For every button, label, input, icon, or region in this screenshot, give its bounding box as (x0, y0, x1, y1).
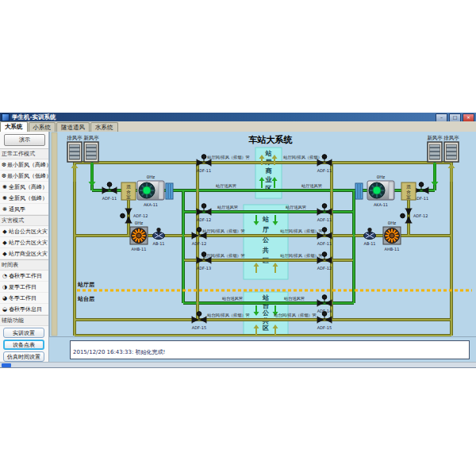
return-fan-ret_right[interactable]: 0HzAHB-11 (383, 221, 401, 251)
sidebar-item[interactable]: ✺全新风（高峰） (0, 182, 48, 193)
pavilion-label: 排风亭 (443, 135, 459, 141)
sidebar-item[interactable]: ◆站厅公共区火灾 (0, 237, 48, 248)
sidebar-item-label: 通风季 (9, 205, 25, 213)
sidebar-button[interactable]: 设备点表 (3, 340, 44, 350)
svg-text:区: 区 (263, 324, 269, 332)
svg-text:AKA-11: AKA-11 (374, 202, 388, 207)
mode-icon: ✺ (2, 195, 8, 202)
svg-text:商: 商 (266, 167, 273, 175)
fan-frequency: 0Hz (377, 175, 386, 179)
sidebar-item[interactable]: ◆站台公共区火灾 (0, 226, 48, 237)
silencer (166, 183, 173, 199)
sidebar-item-label: 夏季工作日 (9, 283, 36, 291)
damper-vert-right[interactable]: ADF-12 (401, 209, 428, 223)
log-message: 2015/12/20 16:43:33: 初始化完成! (73, 349, 165, 355)
exhaust-up-arrow (71, 163, 79, 182)
floor-label-hall: 站厅层 (77, 282, 95, 288)
butterfly-valve-bf-left[interactable]: AB-11 (152, 228, 164, 246)
svg-text:AHB-11: AHB-11 (385, 247, 400, 251)
tab-bar: 大系统小系统隧道通风水系统 (0, 121, 476, 132)
svg-text:站: 站 (262, 216, 269, 223)
sidebar-section-header: 时间表 (0, 259, 48, 271)
svg-text:AB-11: AB-11 (152, 241, 164, 246)
demo-button[interactable]: 演示 (4, 134, 45, 146)
app-window: 学生机-实训系统 – □ × 大系统小系统隧道通风水系统 演示 正常工作模式❆最… (0, 113, 476, 368)
duct-label: 站厅回/排风（排烟）管 (283, 155, 326, 160)
duct-label: 站厅送风管 (216, 183, 236, 189)
svg-text:ADF-13: ADF-13 (197, 266, 211, 271)
fresh-down-arrow (89, 163, 96, 186)
sidebar-item[interactable]: ◑夏季工作日 (0, 282, 48, 293)
mixing-box: 混合室 (121, 182, 136, 200)
duct-label: 站厅回/排风（排烟）管 (207, 155, 250, 160)
mode-icon: ◑ (2, 284, 8, 290)
svg-text:公: 公 (262, 309, 270, 317)
sidebar-section-header: 灾害模式 (0, 215, 48, 226)
svg-text:厅: 厅 (262, 226, 269, 233)
svg-text:站: 站 (265, 150, 272, 157)
tab-2[interactable]: 小系统 (29, 122, 56, 132)
sidebar-item[interactable]: ✺全新风（低峰） (0, 193, 48, 204)
butterfly-valve-bf-right[interactable]: AB-11 (363, 228, 375, 246)
sidebar-item[interactable]: ❋通风季 (0, 204, 48, 215)
svg-text:业: 业 (266, 176, 273, 183)
mode-icon: ◆ (2, 240, 8, 246)
sidebar-section-header: 正常工作模式 (0, 148, 48, 159)
tab-1[interactable]: 大系统 (0, 121, 28, 132)
sidebar-item[interactable]: ❆最小新风（高峰） (0, 159, 48, 171)
svg-text:ADF-12: ADF-12 (133, 213, 148, 218)
fan-frequency: 0Hz (135, 221, 144, 225)
sidebar-item[interactable]: ◆站厅商业区火灾 (0, 248, 48, 259)
sidebar-button[interactable]: 实训设置 (3, 328, 44, 338)
air-pavilion-tower (84, 142, 98, 162)
return-fan-ret_left[interactable]: 0HzAHB-11 (130, 221, 148, 251)
diagram-title: 车站大系统 (248, 135, 294, 145)
sidebar-item-label: 全新风（高峰） (9, 183, 48, 191)
svg-text:ADF-15: ADF-15 (317, 325, 332, 330)
pavilion-label: 新风亭 (83, 135, 99, 141)
svg-text:室: 室 (126, 194, 131, 199)
sidebar-item-label: 冬季工作日 (9, 294, 36, 302)
duct-label: 站厅回/排风（排烟）管 (280, 253, 323, 259)
window-bottom-strip (0, 362, 476, 367)
sidebar-item[interactable]: ◒春秋季休息日 (0, 304, 48, 315)
floor-label-platform: 站台层 (77, 296, 95, 302)
tab-4[interactable]: 水系统 (90, 122, 118, 132)
sidebar-item-label: 站厅商业区火灾 (9, 250, 48, 258)
mode-icon: ❋ (2, 206, 8, 213)
air-pavilion-tower (67, 142, 82, 162)
ahu-fan-ahu_left[interactable]: 0HzAKA-11 (137, 175, 164, 207)
tab-3[interactable]: 隧道通风 (56, 122, 90, 132)
mode-icon: ◒ (2, 306, 8, 313)
mode-icon: ◆ (2, 251, 8, 257)
exhaust-up-arrow (448, 163, 455, 182)
fan-frequency: 0Hz (388, 221, 397, 225)
pavilion-label: 排风亭 (67, 135, 83, 141)
sidebar-item[interactable]: ❆最小新风（低峰） (0, 171, 48, 182)
fan-frequency: 0Hz (147, 175, 155, 179)
silencer (355, 183, 363, 199)
svg-text:ADF-11: ADF-11 (102, 196, 117, 201)
svg-text:ADF-12: ADF-12 (413, 213, 428, 218)
window-title: 学生机-实训系统 (12, 113, 56, 121)
svg-text:ADF-12: ADF-12 (192, 241, 206, 246)
canvas-left-strip (52, 132, 57, 336)
mode-icon: ❆ (2, 162, 6, 168)
mode-icon: ◆ (2, 228, 8, 235)
sidebar-item[interactable]: ◕冬季工作日 (0, 293, 48, 304)
svg-text:ADF-11: ADF-11 (317, 241, 332, 246)
ahu-fan-ahu_right[interactable]: 0HzAKA-11 (367, 175, 394, 207)
sidebar-item[interactable]: ◔春秋季工作日 (0, 271, 48, 282)
duct-label: 站厅回/排风（排烟）管 (202, 228, 245, 234)
svg-text:室: 室 (406, 194, 411, 199)
window-titlebar: 学生机-实训系统 – □ × (0, 113, 476, 121)
log-box: 2015/12/20 16:43:33: 初始化完成! (70, 340, 470, 359)
svg-text:AKA-11: AKA-11 (144, 202, 158, 207)
sidebar-item-label: 站台公共区火灾 (9, 228, 48, 236)
sidebar: 演示 正常工作模式❆最小新风（高峰）❆最小新风（低峰）✺全新风（高峰）✺全新风（… (0, 132, 49, 367)
sidebar-button[interactable]: 仿真时间设置 (3, 351, 44, 362)
duct-label: 站厅送风管 (217, 205, 238, 210)
duct-label: 站台回/排风（排烟）管 (207, 313, 250, 318)
air-pavilion-tower (428, 142, 442, 162)
mode-icon: ✺ (2, 184, 8, 190)
